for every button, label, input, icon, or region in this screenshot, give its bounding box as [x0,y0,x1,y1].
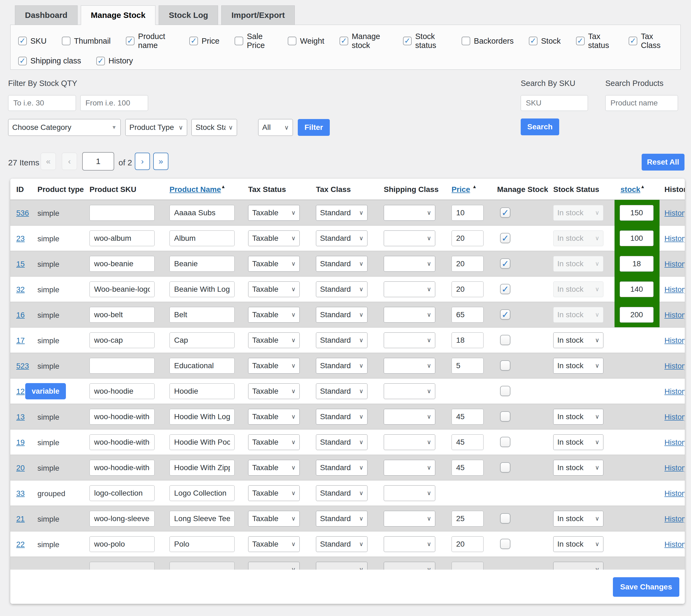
shipping-class-select[interactable]: ∨ [384,307,435,323]
manage-stock-checkbox[interactable] [500,207,511,218]
tax-status-select[interactable]: Taxable∨ [248,281,300,297]
price-input[interactable] [452,281,483,297]
tax-status-select[interactable]: Taxable∨ [248,332,300,348]
product-name-input[interactable] [170,536,235,552]
manage-stock-checkbox[interactable] [500,258,511,269]
tax-status-select[interactable]: Taxable∨ [248,485,300,501]
tax-status-select[interactable]: Taxable∨ [248,409,300,424]
history-link[interactable]: History [664,514,685,523]
tax-class-select[interactable]: Standard∨ [316,307,367,323]
product-id-link[interactable]: 12 [16,387,25,396]
product-id-link[interactable]: 15 [16,260,25,268]
product-id-link[interactable]: 33 [16,489,25,498]
tax-status-select[interactable]: ∨ [248,562,300,570]
sku-input[interactable] [89,332,155,348]
search-button[interactable]: Search [521,118,559,135]
shipping-class-select[interactable]: ∨ [384,358,435,374]
stock-status-select[interactable]: In stock∨ [553,434,603,450]
stock-status-select[interactable]: In stock∨ [553,409,603,424]
history-link[interactable]: History [664,489,685,498]
price-input[interactable] [452,460,483,476]
tab-stock-log[interactable]: Stock Log [159,5,218,25]
tax-status-select[interactable]: Taxable∨ [248,511,300,527]
price-input[interactable] [452,332,483,348]
product-name-input[interactable] [170,230,235,246]
manage-stock-checkbox[interactable] [500,309,511,320]
tax-status-select[interactable]: Taxable∨ [248,307,300,323]
price-input[interactable] [452,256,483,272]
stock-input[interactable] [620,256,653,272]
header-price-sort[interactable]: Price [452,185,470,194]
product-name-input[interactable] [170,358,235,374]
tax-class-select[interactable]: Standard∨ [316,383,367,399]
history-link[interactable]: History [664,260,685,268]
product-id-link[interactable]: 523 [16,362,29,370]
tax-class-select[interactable]: Standard∨ [316,460,367,476]
stock-input[interactable] [620,230,653,246]
stock-status-select[interactable]: In stock∨ [553,358,603,374]
filter-button[interactable]: Filter [298,119,330,136]
current-page-input[interactable] [82,152,114,171]
prev-page-button[interactable]: ‹ [62,153,77,170]
history-link[interactable]: History [664,285,685,294]
category-select[interactable]: Choose Category ▼ [8,119,121,136]
sku-input[interactable] [89,485,155,501]
tax-class-select[interactable]: ∨ [316,562,367,570]
save-changes-button[interactable]: Save Changes [613,577,679,597]
column-toggle-backorders[interactable]: Backorders [461,37,514,46]
tax-status-select[interactable]: Taxable∨ [248,460,300,476]
history-link[interactable]: History [664,464,685,472]
tax-class-select[interactable]: Standard∨ [316,536,367,552]
price-input[interactable] [452,230,483,246]
column-toggle-thumbnail[interactable]: Thumbnail [62,37,111,46]
manage-stock-checkbox[interactable] [500,284,511,294]
column-toggle-price[interactable]: Price [189,37,219,46]
sku-input[interactable] [89,358,155,374]
stock-qty-from-input[interactable] [80,95,148,111]
product-name-input[interactable] [170,281,235,297]
column-toggle-manage-stock[interactable]: Manage stock [340,32,388,50]
manage-stock-checkbox[interactable] [500,539,511,549]
tax-class-select[interactable]: Standard∨ [316,281,367,297]
product-name-input[interactable] [170,511,235,527]
column-toggle-sku[interactable]: SKU [18,37,47,46]
search-sku-input[interactable] [521,95,588,111]
tab-dashboard[interactable]: Dashboard [15,5,78,25]
manage-stock-checkbox[interactable] [500,437,511,447]
reset-all-button[interactable]: Reset All [642,154,685,171]
price-input[interactable] [452,511,483,527]
price-input[interactable] [452,536,483,552]
shipping-class-select[interactable]: ∨ [384,485,435,501]
product-id-link[interactable]: 22 [16,540,25,549]
column-toggle-shipping-class[interactable]: Shipping class [18,57,81,65]
history-link[interactable]: History [664,438,685,447]
history-link[interactable]: History [664,234,685,243]
shipping-class-select[interactable]: ∨ [384,383,435,399]
product-name-input[interactable] [170,434,235,450]
product-name-input[interactable] [170,332,235,348]
next-page-button[interactable]: › [135,153,150,170]
column-toggle-sale-price[interactable]: Sale Price [235,32,273,50]
manage-stock-checkbox[interactable] [500,233,511,243]
manage-stock-checkbox[interactable] [500,462,511,472]
price-input[interactable] [452,205,483,221]
manage-stock-checkbox[interactable] [500,335,511,345]
product-name-input[interactable] [170,307,235,323]
price-input[interactable] [452,562,483,570]
price-input[interactable] [452,434,483,450]
tax-class-select[interactable]: Standard∨ [316,409,367,424]
product-id-link[interactable]: 17 [16,336,25,345]
stock-status-select[interactable]: ∨ [553,562,603,570]
product-id-link[interactable]: 21 [16,514,25,523]
search-product-name-input[interactable] [605,95,678,111]
tax-status-select[interactable]: Taxable∨ [248,205,300,221]
stock-input[interactable] [620,281,653,297]
tax-class-select[interactable]: Standard∨ [316,230,367,246]
price-input[interactable] [452,307,483,323]
stock-input[interactable] [620,205,653,221]
tax-status-select[interactable]: Taxable∨ [248,358,300,374]
shipping-class-select[interactable]: ∨ [384,256,435,272]
stock-status-select[interactable]: In stock∨ [553,536,603,552]
manage-stock-checkbox[interactable] [500,360,511,371]
product-name-input[interactable] [170,205,235,221]
